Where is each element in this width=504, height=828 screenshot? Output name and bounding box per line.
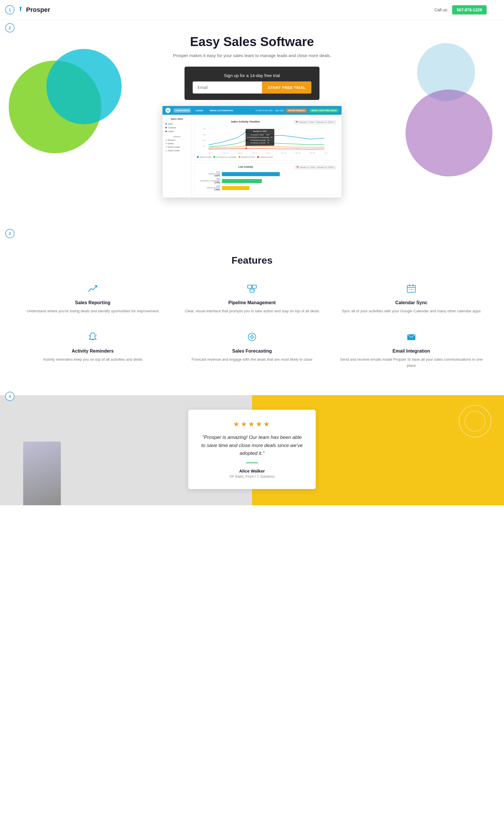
chart-tooltip: Sat Nov 17, 2017 ● Viewed a page 160 ● C… [246,129,274,146]
sidebar-section-main: Stats Contacts Leads [163,122,191,133]
bell-icon [20,332,165,344]
svg-text:Dec 18: Dec 18 [295,152,300,154]
nav-user[interactable]: JOE DOE [275,110,284,112]
svg-text:150: 150 [203,134,206,135]
feature-desc-3: Activity reminders keep you on top of al… [20,357,165,363]
svg-rect-22 [252,285,256,288]
start-trial-button[interactable]: START FREE TRIAL [262,81,312,93]
testimonial-name: Alice Walker [200,468,304,473]
legend-opened: Opened an Email [239,156,255,158]
feature-calendar: Calendar Sync Sync all of your activitie… [336,281,487,317]
nav-billing[interactable]: PLANS & BILLING [256,110,272,112]
sidebar-stats[interactable]: Stats [165,122,188,126]
testimonial-divider [246,462,258,463]
list-activity: 📅 January 11, 2018 - January 25, 2018 ▾ … [194,163,339,195]
feature-forecasting: Sales Forecasting Forecast revenue and e… [177,329,327,372]
section-number-3: 3 [5,229,14,238]
signup-form: START FREE TRIAL [193,81,312,93]
feature-title-0: Sales Reporting [20,300,165,305]
phone-button[interactable]: 567-876-1229 [452,5,487,14]
testimonial-card: ★★★★★ "Prosper is amazing! Our team has … [188,410,316,489]
hero-section: Easy Sales Software Prosper makes it eas… [0,20,504,234]
list-date: 📅 January 11, 2018 - January 25, 2018 ▾ [295,165,336,169]
hero-title: Easy Sales Software [17,35,487,49]
svg-rect-23 [250,289,254,292]
svg-rect-25 [407,285,415,292]
book-button[interactable]: BOOK YOUR FREE DEMO [309,109,339,113]
chart-svg-area: 200 150 100 50 Nov 6 [197,126,336,155]
feature-title-1: Pipeline Management [179,300,325,305]
svg-text:Dec 25: Dec 25 [310,152,315,154]
list-bar-opened: 1231 Opened an Email 2.53% [197,185,336,191]
sidebar-section-actions: Actions ✏ Rename ✕ Delete ↗ Export Leads… [163,135,191,152]
testimonial-role: VP Sales, Front I.T. Solutions [200,474,304,479]
feature-title-5: Email Integration [339,348,484,354]
circle-blue-light [417,43,475,101]
svg-text:Nov 27: Nov 27 [252,152,257,154]
svg-point-37 [459,405,491,437]
forecast-icon [179,332,325,344]
svg-text:200: 200 [203,128,206,130]
svg-point-35 [251,336,253,338]
svg-point-29 [409,289,410,290]
action-delete[interactable]: ✕ Delete [165,142,188,146]
action-export[interactable]: ↗ Export Leads [165,146,188,149]
call-us-label: Call us: [434,7,448,12]
action-import[interactable]: ↙ Import Leads [165,149,188,152]
circle-green [9,60,101,153]
dashboard-logo: W [165,108,171,113]
svg-point-20 [245,148,247,149]
sales-chart: 📅 February 7, 2018 - February 21, 2018 ▾… [194,118,339,161]
legend-converted: Converted on a Campaign [213,156,236,158]
nav-right: PLANS & BILLING JOE DOE REFER FRIENDS! B… [256,109,339,113]
svg-point-24 [254,290,255,291]
section-number-1: 1 [5,5,14,14]
dashboard-main: 📅 February 7, 2018 - February 21, 2018 ▾… [192,115,341,198]
list-bar-viewed: 2710 Viewed a Page 5.57% [197,171,336,177]
email-icon [339,332,484,344]
action-rename[interactable]: ✏ Rename [165,138,188,142]
dashboard-nav: W CAMPAIGNS LEADS EMAIL AUTOMATION PLANS… [163,106,341,115]
email-input[interactable] [193,81,262,93]
feature-desc-0: Understand where you're losing deals and… [20,308,165,314]
svg-point-38 [465,411,485,431]
svg-text:Nov 20: Nov 20 [238,152,243,154]
dashboard-sidebar: Sales Stats Stats Contacts Leads [163,115,192,198]
calendar-icon [339,283,484,296]
nav-email[interactable]: EMAIL AUTOMATION [208,108,235,113]
features-section: Features Sales Reporting Understand wher… [0,234,504,389]
svg-rect-21 [248,285,252,288]
feature-desc-2: Sync all of your activities with your Go… [339,308,484,314]
hero-subtitle: Prosper makes it easy for your sales tea… [17,53,487,58]
svg-text:Nov 6: Nov 6 [209,152,213,154]
header-right: Call us: 567-876-1229 [434,5,487,14]
trend-icon [20,283,165,296]
svg-text:50: 50 [203,146,205,147]
refer-button[interactable]: REFER FRIENDS! [286,109,307,113]
pipeline-icon [179,283,325,296]
sidebar-contacts[interactable]: Contacts [165,126,188,129]
svg-point-31 [413,289,414,290]
legend-clicked: Clicked an Email [257,156,273,158]
svg-point-30 [411,289,412,290]
legend-viewed: Viewed a Page [197,156,211,158]
list-bar-converted: 1825 Converted on a Campaign 3.75% [197,178,336,184]
header: Prosper Call us: 567-876-1229 [0,0,504,20]
svg-point-34 [248,333,256,341]
logo-icon [17,6,24,14]
svg-text:Dec 4: Dec 4 [266,152,270,154]
nav-leads[interactable]: LEADS [194,108,205,113]
feature-title-2: Calendar Sync [339,300,484,305]
sidebar-leads[interactable]: Leads [165,129,188,133]
signup-label: Sign up for a 14-day free trial [193,73,312,78]
logo-area: Prosper [17,6,50,14]
nav-campaigns[interactable]: CAMPAIGNS [173,108,191,113]
feature-title-3: Activity Reminders [20,348,165,354]
svg-text:100: 100 [203,140,206,141]
chart-legend: Viewed a Page Converted on a Campaign Op… [197,156,336,158]
testimonial-section: ★★★★★ "Prosper is amazing! Our team has … [0,395,504,505]
feature-pipeline: Pipeline Management Clear, visual interf… [177,281,327,317]
features-grid: Sales Reporting Understand where you're … [17,281,487,371]
stars: ★★★★★ [200,420,304,428]
person-image [23,442,61,505]
